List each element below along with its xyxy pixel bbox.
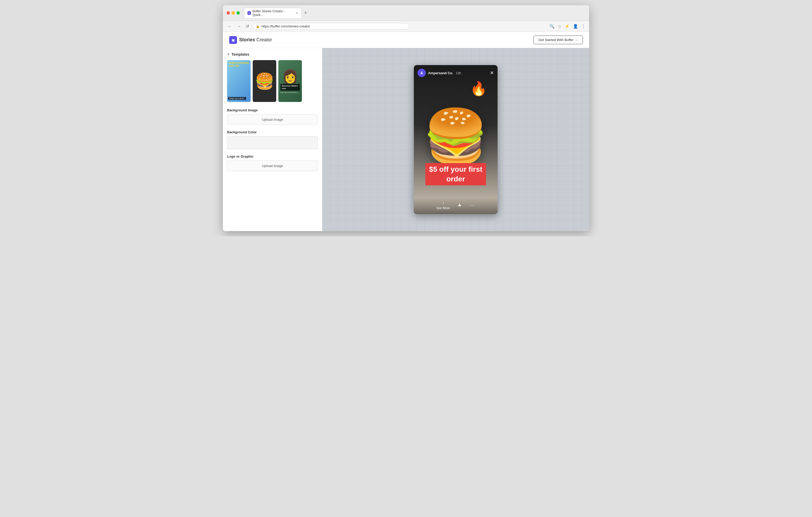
template-1-text: FARES STARTING JUST $59 [227, 60, 251, 69]
url-text: https://buffer.com/stories-creator [261, 24, 310, 28]
see-more-label: See More [436, 206, 450, 210]
burger-emoji: 🍔 [423, 106, 488, 167]
templates-section-header[interactable]: ▼ Templates [227, 52, 318, 57]
story-image-area: 🔥 🍔 [414, 65, 498, 214]
app-title-bold: Stories [239, 37, 255, 42]
template-card-1[interactable]: FARES STARTING JUST $59 Swipe Up to Book… [227, 60, 251, 102]
refresh-button[interactable]: ↺ [244, 23, 250, 29]
tab-close-button[interactable]: ✕ [296, 11, 298, 15]
app-title: Stories Creator [239, 37, 272, 42]
app-logo: ▣ Stories Creator [229, 36, 272, 44]
template-card-3[interactable]: 👩 Discover What's new. Our top 10 summer… [278, 60, 302, 102]
promo-line1: $5 off your first [429, 165, 483, 173]
story-user-info: Ampersand Co. 13h [428, 70, 488, 75]
tab-favicon: B [248, 11, 251, 15]
template-3-subtext: Our top 10 summer p... [281, 91, 299, 93]
profile-icon[interactable]: 👤 [573, 24, 578, 29]
story-username: Ampersand Co. [428, 71, 453, 75]
avatar-text: & [420, 71, 423, 75]
fire-emoji: 🔥 [470, 81, 487, 97]
story-promo-text-line1: $5 off your first order [425, 163, 486, 185]
active-tab[interactable]: B Buffer Stories Creator - Quick... ✕ [244, 8, 301, 18]
lock-icon: 🔒 [256, 25, 260, 28]
tab-bar: B Buffer Stories Creator - Quick... ✕ + [244, 8, 585, 18]
story-promo-overlay: $5 off your first order [414, 163, 498, 185]
templates-label: Templates [232, 52, 249, 57]
browser-titlebar: B Buffer Stories Creator - Quick... ✕ + [223, 5, 589, 21]
maximize-window-button[interactable] [236, 11, 240, 14]
template-3-woman-image: 👩 Discover What's new. Our top 10 summer… [278, 60, 302, 102]
get-started-button[interactable]: Get Started With Buffer → [533, 35, 583, 44]
url-bar[interactable]: 🔒 https://buffer.com/stories-creator [253, 23, 409, 30]
app-body: ▼ Templates FARES STARTING JUST $59 Swip… [223, 48, 589, 231]
background-color-label: Background Color [227, 130, 318, 134]
browser-action-icons: 🔍 ☆ ⚡ 👤 ⋮ [549, 24, 585, 29]
upload-background-image-button[interactable]: Upload Image [227, 114, 318, 125]
story-preview-card: & Ampersand Co. 13h ✕ 🔥 🍔 $5 off [414, 65, 498, 214]
send-icon[interactable]: ➤ [457, 202, 463, 209]
search-icon[interactable]: 🔍 [549, 24, 555, 29]
app-header: ▣ Stories Creator Get Started With Buffe… [223, 32, 589, 48]
template-card-2[interactable]: 🍔 $5 off your first order [253, 60, 276, 102]
menu-icon[interactable]: ⋮ [581, 24, 585, 29]
background-color-picker[interactable] [227, 136, 318, 149]
browser-nav: ← → ↺ [227, 23, 250, 29]
chevron-down-icon: ▼ [227, 53, 230, 56]
close-window-button[interactable] [227, 11, 230, 14]
story-footer: ↑ See More ➤ ··· [414, 197, 498, 214]
bookmark-icon[interactable]: ☆ [558, 24, 561, 29]
templates-grid: FARES STARTING JUST $59 Swipe Up to Book… [227, 60, 318, 102]
canvas-area: & Ampersand Co. 13h ✕ 🔥 🍔 $5 off [322, 48, 589, 231]
see-more-button[interactable]: ↑ See More [436, 201, 450, 210]
tab-title: Buffer Stories Creator - Quick... [253, 9, 294, 17]
buffer-logo-icon: ▣ [229, 36, 237, 44]
back-button[interactable]: ← [227, 24, 233, 29]
upload-logo-button[interactable]: Upload Image [227, 160, 318, 171]
forward-button[interactable]: → [235, 24, 242, 29]
background-image-label: Background Image [227, 108, 318, 112]
address-bar: ← → ↺ 🔒 https://buffer.com/stories-creat… [223, 21, 589, 32]
promo-line2: order [446, 175, 465, 183]
minimize-window-button[interactable] [232, 11, 235, 14]
template-3-discover-text: Discover What's new. [281, 84, 300, 91]
logo-graphic-label: Logo or Graphic [227, 154, 318, 158]
see-more-arrow-icon: ↑ [442, 201, 444, 206]
sidebar: ▼ Templates FARES STARTING JUST $59 Swip… [223, 48, 322, 231]
template-2-burger-image: 🍔 [253, 60, 276, 102]
story-close-button[interactable]: ✕ [490, 70, 494, 76]
extensions-icon[interactable]: ⚡ [564, 24, 570, 29]
new-tab-button[interactable]: + [303, 10, 309, 16]
template-1-tag: Swipe Up to Book ↑ [228, 97, 246, 100]
browser-window: B Buffer Stories Creator - Quick... ✕ + … [223, 5, 589, 231]
app-title-rest: Creator [255, 37, 272, 42]
more-options-icon[interactable]: ··· [470, 203, 475, 208]
avatar: & [417, 69, 426, 77]
story-header: & Ampersand Co. 13h ✕ [414, 65, 498, 79]
traffic-lights [227, 11, 240, 14]
story-time: 13h [456, 71, 461, 75]
